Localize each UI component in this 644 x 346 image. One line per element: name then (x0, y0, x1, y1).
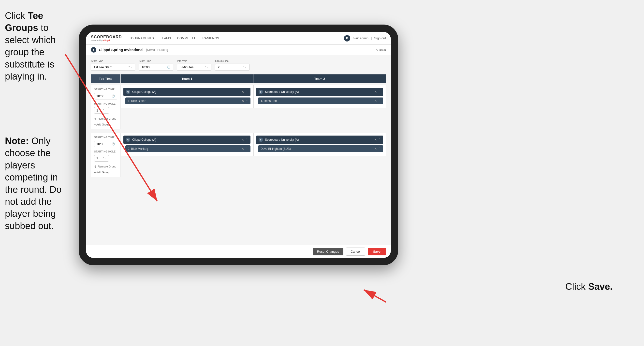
team2-chevron-2[interactable]: ⌃ (378, 138, 381, 141)
sub-header: B Clippd Spring Invitational (Men) Hosti… (86, 45, 391, 55)
save-bold: Save. (588, 281, 612, 292)
team1-badge-2: C (126, 137, 130, 142)
note-instructions: Note: Only choose the players competing … (0, 130, 76, 237)
hosting-badge: Hosting (157, 48, 168, 51)
team2-name-2: Scoreboard University (A) (265, 138, 299, 141)
team2-entry-left-2: S Scoreboard University (A) (258, 137, 299, 142)
nav-separator: | (371, 36, 372, 40)
add-group-btn-2[interactable]: + Add Group (94, 171, 117, 174)
tee-time-col-2: STARTING TIME: 10:05🕐 STARTING HOLE: 1⌃⌄… (91, 133, 120, 177)
main-instructions: Click Tee Groups to select which group t… (0, 5, 76, 87)
starting-time-label-2: STARTING TIME: (94, 136, 117, 139)
group-size-group: Group Size 2 ⌃⌄ (215, 59, 250, 71)
tee-group-1: STARTING TIME: 10:00🕐 STARTING HOLE: 1⌃⌄… (91, 85, 386, 129)
player-x-1-1[interactable]: ✕ (242, 99, 244, 103)
team2-x-2[interactable]: ✕ (374, 138, 377, 141)
starting-hole-label-1: STARTING HOLE: (94, 102, 117, 105)
start-type-input[interactable]: 1st Tee Start ⌃⌄ (91, 64, 135, 71)
team1-x-2[interactable]: ✕ (242, 138, 244, 141)
tablet-screen: SCOREBOARD Powered by clippd TOURNAMENTS… (86, 32, 391, 258)
tablet-frame: SCOREBOARD Powered by clippd TOURNAMENTS… (79, 24, 398, 265)
start-time-input[interactable]: 10:00 🕐 (139, 64, 173, 71)
player-controls-1-1: ✕ ⌃ (242, 99, 248, 103)
tee-time-col-1: STARTING TIME: 10:00🕐 STARTING HOLE: 1⌃⌄… (91, 85, 120, 129)
nav-rankings[interactable]: RANKINGS (202, 36, 219, 40)
add-group-btn-1[interactable]: + Add Group (94, 123, 117, 126)
back-button[interactable]: < Back (376, 48, 386, 51)
save-button[interactable]: Save (368, 248, 386, 255)
group-size-input[interactable]: 2 ⌃⌄ (215, 64, 250, 71)
starting-time-input-2[interactable]: 10:05🕐 (94, 141, 117, 147)
nav-links: TOURNAMENTS TEAMS COMMITTEE RANKINGS (129, 36, 344, 40)
player-entry-2-2[interactable]: Dave Billingham (SUB) ✕ ⌃ (258, 145, 383, 152)
player-chevron-2-2[interactable]: ⌃ (378, 147, 381, 151)
player-entry-1-2[interactable]: 2. Blair McHarg ✕ ⌃ (125, 145, 250, 152)
cancel-button[interactable]: Cancel (346, 248, 365, 256)
team1-chevron-1[interactable]: ⌃ (246, 90, 248, 94)
tournament-name: Clippd Spring Invitational (99, 48, 144, 52)
logo-powered: Powered by clippd (91, 39, 122, 42)
starting-time-label-1: STARTING TIME: (94, 88, 117, 91)
player-controls-2-2: ✕ ⌃ (374, 147, 381, 151)
player-x-2-2[interactable]: ✕ (374, 147, 377, 151)
player-chevron-2-1[interactable]: ⌃ (378, 99, 381, 103)
main-content: Start Type 1st Tee Start ⌃⌄ Start Time 1… (86, 55, 391, 222)
team2-chevron-1[interactable]: ⌃ (378, 90, 381, 94)
player-x-1-2[interactable]: ✕ (242, 147, 244, 151)
remove-group-btn-1[interactable]: 🗑Remove Group (94, 117, 117, 120)
click-save-label: Click Save. (565, 281, 639, 292)
team2-badge-2: S (258, 137, 263, 142)
note-label: Note: (5, 136, 29, 146)
team1-entry-left-2: C Clippd College (A) (126, 137, 156, 142)
team2-entry-1[interactable]: S Scoreboard University (A) ✕ ⌃ (256, 88, 383, 96)
team2-controls-1: ✕ ⌃ (374, 90, 381, 94)
team1-col-2: C Clippd College (A) ✕ ⌃ 2. Blair McHarg (121, 133, 253, 156)
nav-tournaments[interactable]: TOURNAMENTS (129, 36, 154, 40)
player-controls-1-2: ✕ ⌃ (242, 147, 248, 151)
tee-groups-bold: Tee Groups (5, 10, 43, 33)
tee-group-2: STARTING TIME: 10:05🕐 STARTING HOLE: 1⌃⌄… (91, 133, 386, 177)
starting-hole-label-2: STARTING HOLE: (94, 150, 117, 153)
sub-header-left: B Clippd Spring Invitational (Men) Hosti… (91, 47, 376, 52)
team1-col-1: C Clippd College (A) ✕ ⌃ 1. Rich Butler (121, 85, 253, 108)
player-entry-1-1[interactable]: 1. Rich Butler ✕ ⌃ (125, 97, 250, 104)
logo-area: SCOREBOARD Powered by clippd (91, 35, 122, 42)
nav-teams[interactable]: TEAMS (160, 36, 171, 40)
starting-hole-input-2[interactable]: 1⌃⌄ (94, 155, 109, 162)
user-avatar: B (344, 35, 350, 41)
starting-time-input-1[interactable]: 10:00🕐 (94, 93, 117, 99)
player-chevron-1-2[interactable]: ⌃ (246, 147, 248, 151)
player-x-2-1[interactable]: ✕ (374, 99, 377, 103)
starting-hole-input-1[interactable]: 1⌃⌄ (94, 107, 109, 114)
user-name: blair admin (353, 36, 368, 40)
team1-chevron-2[interactable]: ⌃ (246, 138, 248, 141)
nav-committee[interactable]: COMMITTEE (177, 36, 196, 40)
team2-badge-1: S (258, 90, 263, 94)
intervals-input[interactable]: 5 Minutes ⌃⌄ (177, 64, 212, 71)
team2-name-1: Scoreboard University (A) (265, 90, 299, 94)
reset-button[interactable]: Reset Changes (313, 248, 344, 255)
team2-col-1: S Scoreboard University (A) ✕ ⌃ 1. Rees … (254, 85, 386, 108)
team1-name-2: Clippd College (A) (132, 138, 156, 141)
player-name-1-2: 2. Blair McHarg (128, 147, 148, 151)
team1-x-1[interactable]: ✕ (242, 90, 244, 94)
team1-controls-1: ✕ ⌃ (242, 90, 248, 94)
sign-out-link[interactable]: Sign out (374, 36, 386, 40)
team1-header: Team 1 (121, 74, 253, 83)
remove-group-btn-2[interactable]: 🗑Remove Group (94, 165, 117, 168)
navbar: SCOREBOARD Powered by clippd TOURNAMENTS… (86, 32, 391, 45)
settings-row: Start Type 1st Tee Start ⌃⌄ Start Time 1… (91, 59, 386, 71)
start-time-label: Start Time (139, 59, 173, 62)
team1-entry-2[interactable]: C Clippd College (A) ✕ ⌃ (124, 136, 250, 144)
player-name-2-2: Dave Billingham (SUB) (260, 147, 291, 151)
intervals-group: Intervals 5 Minutes ⌃⌄ (177, 59, 212, 71)
team2-x-1[interactable]: ✕ (374, 90, 377, 94)
team1-entry-1[interactable]: C Clippd College (A) ✕ ⌃ (124, 88, 250, 96)
start-time-group: Start Time 10:00 🕐 (139, 59, 173, 71)
player-name-1-1: 1. Rich Butler (128, 99, 146, 103)
player-entry-2-1[interactable]: 1. Rees Britt ✕ ⌃ (258, 97, 383, 104)
tee-time-header: Tee Time (91, 74, 120, 83)
player-chevron-1-1[interactable]: ⌃ (246, 99, 248, 103)
start-type-group: Start Type 1st Tee Start ⌃⌄ (91, 59, 135, 71)
team2-entry-2[interactable]: S Scoreboard University (A) ✕ ⌃ (256, 136, 383, 144)
